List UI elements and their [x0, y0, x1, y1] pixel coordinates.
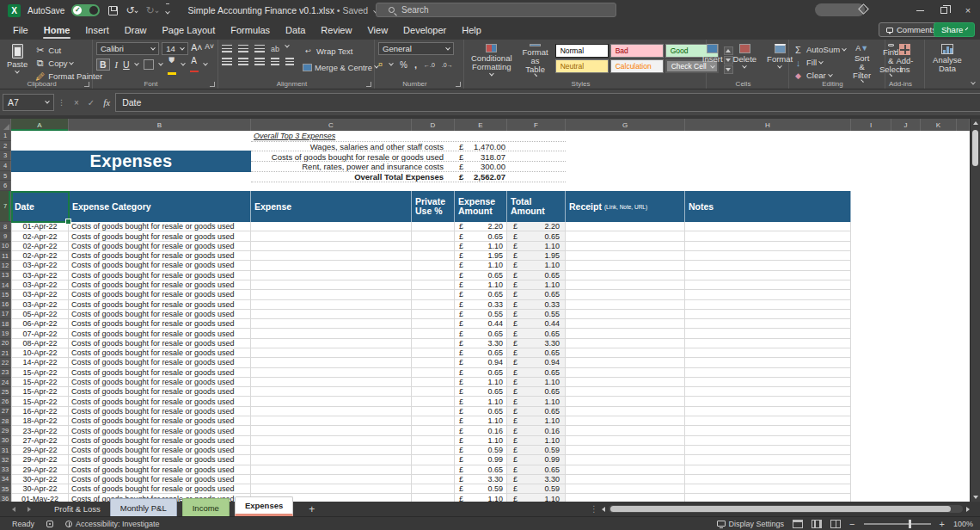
row-header-4[interactable]: 4	[0, 161, 11, 171]
cell-notes[interactable]	[685, 319, 851, 329]
sheet-tab-income[interactable]: Income	[182, 498, 230, 516]
fill-button[interactable]: ↓Fill	[793, 57, 846, 68]
empty-cells[interactable]	[851, 494, 970, 502]
summary-label[interactable]: Rent, rates, power and insurance costs	[251, 162, 444, 171]
cell-notes[interactable]	[685, 348, 851, 358]
cell-receipt[interactable]	[566, 494, 685, 502]
summary-total-label[interactable]: Overall Total Expenses	[251, 172, 444, 182]
row-header-10[interactable]: 10	[0, 242, 11, 251]
column-header-g[interactable]: G	[566, 119, 685, 131]
cell-private-use[interactable]	[412, 290, 455, 299]
cell-notes[interactable]	[685, 329, 851, 338]
autosum-button[interactable]: ΣAutoSum	[793, 44, 846, 55]
cell-expense[interactable]	[251, 319, 412, 329]
cell-expense-category[interactable]: Costs of goods bought for resale or good…	[69, 465, 251, 475]
column-header-a[interactable]: A	[11, 119, 69, 131]
autosave-toggle[interactable]: ✓	[71, 4, 100, 16]
row-header-2[interactable]: 2	[0, 141, 11, 151]
cell-expense-amount[interactable]: £0.65	[455, 387, 507, 397]
cell-expense[interactable]	[251, 271, 412, 280]
cell-date[interactable]: 29-Apr-22	[11, 455, 69, 465]
cell-private-use[interactable]	[412, 348, 455, 358]
row-header-32[interactable]: 32	[0, 455, 11, 465]
summary-value[interactable]: 318.07	[461, 152, 505, 162]
cell-total-amount[interactable]: £3.30	[507, 339, 566, 348]
cell-date[interactable]: 23-Apr-22	[11, 426, 69, 435]
column-header-k[interactable]: K	[921, 119, 957, 131]
cell-style-neutral[interactable]: Neutral	[555, 59, 609, 73]
cell-notes[interactable]	[685, 261, 851, 270]
cell-expense-amount[interactable]: £0.44	[455, 319, 507, 329]
menu-tab-data[interactable]: Data	[278, 21, 313, 40]
cell-expense[interactable]	[251, 378, 412, 387]
cell-total-amount[interactable]: £0.65	[507, 329, 566, 338]
cell-expense[interactable]	[251, 310, 412, 319]
empty-cells[interactable]	[851, 378, 970, 387]
empty-cells[interactable]	[851, 191, 970, 222]
percent-style-icon[interactable]: %	[400, 60, 407, 70]
cell-notes[interactable]	[685, 475, 851, 484]
increase-font-icon[interactable]: A˄	[191, 42, 202, 55]
scroll-left-icon[interactable]	[602, 507, 605, 512]
name-box[interactable]: A7	[3, 94, 54, 111]
scroll-right-icon[interactable]	[966, 507, 970, 512]
cell-date[interactable]: 27-Apr-22	[11, 436, 69, 446]
column-header-f[interactable]: F	[507, 119, 566, 131]
empty-cells[interactable]	[851, 446, 970, 455]
cell-receipt[interactable]	[566, 378, 685, 387]
cell-expense-amount[interactable]: £0.59	[455, 446, 507, 455]
cell-receipt[interactable]	[566, 426, 685, 435]
horizontal-scrollbar[interactable]	[602, 504, 970, 514]
cell-expense[interactable]	[251, 222, 412, 231]
cell-private-use[interactable]	[412, 251, 455, 261]
cell-private-use[interactable]	[412, 339, 455, 348]
cell-expense-amount[interactable]: £1.10	[455, 494, 507, 502]
cell-expense-category[interactable]: Costs of goods bought for resale or good…	[69, 310, 251, 319]
cell-expense-amount[interactable]: £2.20	[455, 222, 507, 231]
cell-notes[interactable]	[685, 397, 851, 406]
empty-cells[interactable]	[851, 310, 970, 319]
cell-receipt[interactable]	[566, 475, 685, 484]
decrease-indent-icon[interactable]	[271, 58, 279, 65]
cell-expense[interactable]	[251, 446, 412, 455]
select-all-corner[interactable]	[0, 119, 11, 131]
cell-expense-category[interactable]: Costs of goods bought for resale or good…	[69, 348, 251, 358]
cell-expense-category[interactable]: Costs of goods bought for resale or good…	[69, 484, 251, 494]
alignment-dialog-launcher-icon[interactable]	[366, 82, 371, 87]
cell-expense-amount[interactable]: £0.94	[455, 358, 507, 367]
empty-cells[interactable]	[851, 368, 970, 378]
cell-private-use[interactable]	[412, 494, 455, 502]
empty-cells[interactable]	[851, 222, 970, 231]
cell-style-normal[interactable]: Normal	[555, 44, 609, 58]
cell-expense-category[interactable]: Costs of goods bought for resale or good…	[69, 358, 251, 367]
account-avatar[interactable]	[815, 3, 865, 16]
cell-expense-category[interactable]: Costs of goods bought for resale or good…	[69, 397, 251, 406]
cell-notes[interactable]	[685, 300, 851, 310]
align-center-icon[interactable]	[238, 58, 248, 65]
cell-private-use[interactable]	[412, 319, 455, 329]
cell-expense[interactable]	[251, 407, 412, 416]
zoom-in-button[interactable]: +	[940, 519, 945, 529]
cell-total-amount[interactable]: £0.59	[507, 446, 566, 455]
empty-cells[interactable]	[851, 271, 970, 280]
cell-expense-amount[interactable]: £3.30	[455, 475, 507, 484]
cell-notes[interactable]	[685, 310, 851, 319]
empty-cells[interactable]	[851, 339, 970, 348]
cell-expense-category[interactable]: Costs of goods bought for resale or good…	[69, 231, 251, 241]
cell-private-use[interactable]	[412, 397, 455, 406]
cell-expense-amount[interactable]: £0.65	[455, 465, 507, 475]
cell-receipt[interactable]	[566, 484, 685, 494]
menu-tab-review[interactable]: Review	[313, 21, 359, 40]
row-header-11[interactable]: 11	[0, 251, 11, 261]
cell-expense-amount[interactable]: £0.16	[455, 426, 507, 435]
cell-receipt[interactable]	[566, 300, 685, 310]
borders-button[interactable]	[144, 59, 154, 70]
sort-filter-button[interactable]: A▼ Sort & Filter	[849, 42, 874, 78]
cell-expense-category[interactable]: Costs of goods bought for resale or good…	[69, 407, 251, 416]
empty-cells[interactable]	[851, 436, 970, 446]
cell-expense-amount[interactable]: £0.65	[455, 290, 507, 299]
cell-total-amount[interactable]: £3.30	[507, 475, 566, 484]
zoom-level[interactable]: 100%	[953, 520, 973, 528]
cell-total-amount[interactable]: £0.65	[507, 387, 566, 397]
menu-tab-draw[interactable]: Draw	[117, 21, 155, 40]
